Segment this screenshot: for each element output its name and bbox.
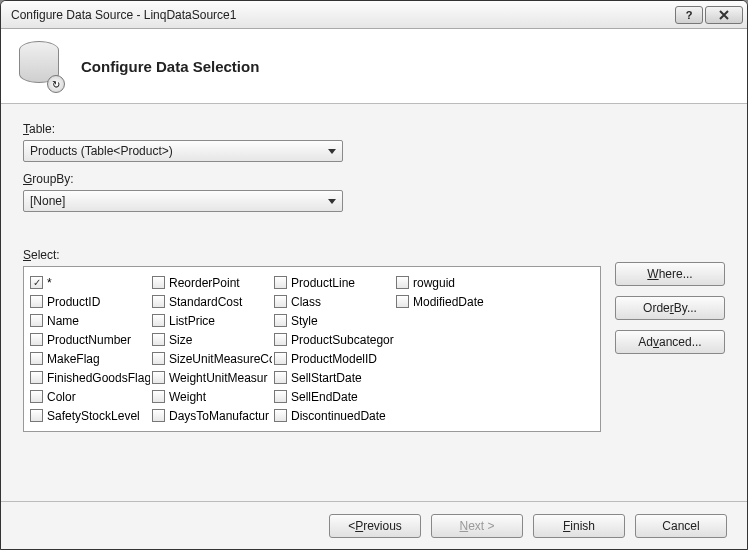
list-item-label: DaysToManufactur [169, 409, 269, 423]
help-button[interactable]: ? [675, 6, 703, 24]
list-item[interactable]: DaysToManufactur [150, 406, 272, 425]
list-item[interactable]: rowguid [394, 273, 494, 292]
database-icon: ↻ [19, 41, 63, 91]
next-button: Next > [431, 514, 523, 538]
advanced-button[interactable]: Advanced... [615, 330, 725, 354]
checkbox[interactable] [30, 314, 43, 327]
list-item-label: Class [291, 295, 321, 309]
checkbox[interactable] [274, 409, 287, 422]
checkbox[interactable] [30, 371, 43, 384]
groupby-dropdown[interactable]: [None] [23, 190, 343, 212]
checkbox[interactable] [274, 314, 287, 327]
titlebar: Configure Data Source - LinqDataSource1 … [1, 1, 747, 29]
list-item[interactable]: StandardCost [150, 292, 272, 311]
previous-button[interactable]: < Previous [329, 514, 421, 538]
list-item-label: StandardCost [169, 295, 242, 309]
checkbox[interactable] [152, 276, 165, 289]
list-item[interactable]: Size [150, 330, 272, 349]
list-item[interactable]: Class [272, 292, 394, 311]
checkbox[interactable] [274, 295, 287, 308]
list-item[interactable]: SafetyStockLevel [28, 406, 150, 425]
refresh-icon: ↻ [47, 75, 65, 93]
checkbox[interactable] [396, 276, 409, 289]
list-item[interactable]: MakeFlag [28, 349, 150, 368]
checkbox[interactable] [274, 352, 287, 365]
list-item-label: Style [291, 314, 318, 328]
list-item-label: WeightUnitMeasur [169, 371, 267, 385]
list-item[interactable]: SellStartDate [272, 368, 394, 387]
list-item-label: Size [169, 333, 192, 347]
list-item[interactable]: SizeUnitMeasureCo [150, 349, 272, 368]
list-item[interactable]: * [28, 273, 150, 292]
list-item[interactable]: Style [272, 311, 394, 330]
list-item-label: SellStartDate [291, 371, 362, 385]
checkbox[interactable] [30, 295, 43, 308]
table-dropdown[interactable]: Products (Table<Product>) [23, 140, 343, 162]
checkbox[interactable] [30, 276, 43, 289]
list-item-label: FinishedGoodsFlag [47, 371, 150, 385]
list-item[interactable]: SellEndDate [272, 387, 394, 406]
list-item-label: Name [47, 314, 79, 328]
checkbox[interactable] [152, 295, 165, 308]
list-item-label: ProductModelID [291, 352, 377, 366]
close-button[interactable] [705, 6, 743, 24]
list-item[interactable]: ProductLine [272, 273, 394, 292]
checkbox[interactable] [152, 314, 165, 327]
list-item-label: ModifiedDate [413, 295, 484, 309]
list-item-label: Color [47, 390, 76, 404]
list-item-label: rowguid [413, 276, 455, 290]
list-item-label: ReorderPoint [169, 276, 240, 290]
select-column: ReorderPointStandardCostListPriceSizeSiz… [150, 273, 272, 425]
list-item[interactable]: ProductModelID [272, 349, 394, 368]
list-item[interactable]: Name [28, 311, 150, 330]
checkbox[interactable] [30, 352, 43, 365]
close-icon [718, 10, 730, 20]
cancel-button[interactable]: Cancel [635, 514, 727, 538]
list-item[interactable]: ProductID [28, 292, 150, 311]
table-dropdown-value: Products (Table<Product>) [30, 144, 328, 158]
checkbox[interactable] [396, 295, 409, 308]
checkbox[interactable] [152, 390, 165, 403]
list-item[interactable]: ListPrice [150, 311, 272, 330]
header-title: Configure Data Selection [81, 58, 259, 75]
checkbox[interactable] [30, 333, 43, 346]
list-item[interactable]: Weight [150, 387, 272, 406]
list-item-label: ListPrice [169, 314, 215, 328]
finish-button[interactable]: Finish [533, 514, 625, 538]
list-item[interactable]: ReorderPoint [150, 273, 272, 292]
list-item-label: * [47, 276, 52, 290]
checkbox[interactable] [30, 409, 43, 422]
checkbox[interactable] [152, 352, 165, 365]
list-item[interactable]: DiscontinuedDate [272, 406, 394, 425]
checkbox[interactable] [274, 371, 287, 384]
list-item-label: ProductLine [291, 276, 355, 290]
orderby-button[interactable]: OrderBy... [615, 296, 725, 320]
checkbox[interactable] [274, 276, 287, 289]
list-item[interactable]: ProductNumber [28, 330, 150, 349]
select-column: *ProductIDNameProductNumberMakeFlagFinis… [28, 273, 150, 425]
list-item-label: DiscontinuedDate [291, 409, 386, 423]
list-item-label: MakeFlag [47, 352, 100, 366]
chevron-down-icon [328, 149, 336, 154]
select-listbox: *ProductIDNameProductNumberMakeFlagFinis… [23, 266, 601, 432]
list-item-label: ProductID [47, 295, 100, 309]
list-item[interactable]: WeightUnitMeasur [150, 368, 272, 387]
where-button[interactable]: Where... [615, 262, 725, 286]
list-item[interactable]: FinishedGoodsFlag [28, 368, 150, 387]
header: ↻ Configure Data Selection [1, 29, 747, 104]
groupby-label: GroupBy: [23, 172, 725, 186]
list-item[interactable]: ModifiedDate [394, 292, 494, 311]
list-item[interactable]: ProductSubcategor [272, 330, 394, 349]
list-item[interactable]: Color [28, 387, 150, 406]
chevron-down-icon [328, 199, 336, 204]
checkbox[interactable] [152, 371, 165, 384]
checkbox[interactable] [152, 333, 165, 346]
checkbox[interactable] [274, 390, 287, 403]
table-label: Table: [23, 122, 725, 136]
checkbox[interactable] [274, 333, 287, 346]
list-item-label: SafetyStockLevel [47, 409, 140, 423]
checkbox[interactable] [152, 409, 165, 422]
checkbox[interactable] [30, 390, 43, 403]
list-item-label: SellEndDate [291, 390, 358, 404]
groupby-dropdown-value: [None] [30, 194, 328, 208]
